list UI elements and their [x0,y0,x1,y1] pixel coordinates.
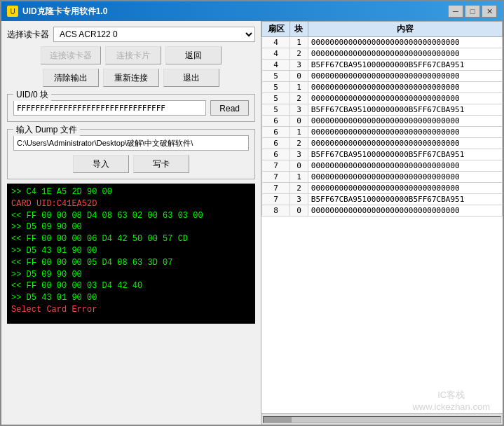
cell-content: 00000000000000000000000000000000 [308,93,502,104]
cell-content: B5FF67CBA951000000000B5FF67CBA951 [308,60,502,71]
cell-block: 3 [290,149,308,160]
cell-content: 00000000000000000000000000000000 [308,48,502,60]
cell-sector: 5 [262,104,290,116]
cell-content: 00000000000000000000000000000000 [308,127,502,138]
log-line: CARD UID:C41EA52D [11,198,251,210]
cell-sector: 7 [262,172,290,183]
log-line: >> C4 1E A5 2D 90 00 [11,186,251,198]
cell-sector: 4 [262,48,290,60]
cell-block: 2 [290,48,308,60]
table-row: 53B5FF67CBA951000000000B5FF67CBA951 [262,104,503,116]
connect-reader-button[interactable]: 连接读卡器 [41,46,101,64]
cell-sector: 6 [262,127,290,138]
cell-block: 1 [290,172,308,183]
cell-content: 00000000000000000000000000000000 [308,116,502,127]
log-line: >> D5 43 01 90 00 [11,292,251,304]
cell-block: 3 [290,194,308,205]
cell-sector: 4 [262,60,290,71]
table-row: 5000000000000000000000000000000000 [262,71,503,82]
connect-card-button[interactable]: 连接卡片 [105,46,161,64]
app-icon: U [7,6,18,17]
cell-block: 0 [290,116,308,127]
table-row: 43B5FF67CBA951000000000B5FF67CBA951 [262,60,503,71]
cell-content: 00000000000000000000000000000000 [308,160,502,172]
data-table: 扇区 块 内容 41000000000000000000000000000000… [261,21,503,217]
back-button[interactable]: 返回 [165,46,222,64]
uid-group-legend: UID/0 块 [13,89,51,101]
cell-content: 00000000000000000000000000000000 [308,205,502,217]
cell-block: 1 [290,37,308,48]
cell-block: 3 [290,104,308,116]
cell-content: B5FF67CBA951000000000B5FF67CBA951 [308,104,502,116]
log-line: >> D5 43 01 90 00 [11,245,251,257]
log-line: >> D5 09 90 00 [11,221,251,233]
cell-sector: 4 [262,37,290,48]
table-row: 73B5FF67CBA951000000000B5FF67CBA951 [262,194,503,205]
maximize-button[interactable]: □ [465,5,480,18]
cell-content: B5FF67CBA951000000000B5FF67CBA951 [308,194,502,205]
right-panel: 扇区 块 内容 41000000000000000000000000000000… [261,21,503,425]
import-button[interactable]: 导入 [73,155,129,173]
exit-button[interactable]: 退出 [163,69,219,87]
reconnect-button[interactable]: 重新连接 [103,69,159,87]
log-area: >> C4 1E A5 2D 90 00CARD UID:C41EA52D<< … [7,184,255,324]
title-bar: U UID克隆卡专用软件1.0 ─ □ ✕ [1,1,503,21]
uid-row: Read [13,100,249,116]
cell-content: 00000000000000000000000000000000 [308,138,502,149]
cell-block: 1 [290,127,308,138]
log-line: << FF 00 00 00 03 D4 42 40 [11,280,251,292]
cell-block: 3 [290,60,308,71]
table-row: 8000000000000000000000000000000000 [262,205,503,217]
cell-sector: 7 [262,183,290,194]
table-container[interactable]: 扇区 块 内容 41000000000000000000000000000000… [261,21,503,413]
table-row: 4200000000000000000000000000000000 [262,48,503,60]
cell-content: 00000000000000000000000000000000 [308,82,502,93]
log-line: Select Card Error [11,304,251,316]
cell-sector: 7 [262,160,290,172]
left-panel: 选择读卡器 ACS ACR122 0 连接读卡器 连接卡片 返回 清除输出 重新… [1,21,261,425]
log-line: << FF 00 00 00 06 D4 42 50 00 57 CD [11,233,251,245]
horizontal-scrollbar[interactable] [261,413,503,425]
table-row: 7100000000000000000000000000000000 [262,172,503,183]
cell-sector: 5 [262,93,290,104]
cell-sector: 8 [262,205,290,217]
reader-label: 选择读卡器 [7,29,49,41]
uid-input[interactable] [13,100,206,116]
cell-content: 00000000000000000000000000000000 [308,172,502,183]
table-row: 7000000000000000000000000000000000 [262,160,503,172]
clear-output-button[interactable]: 清除输出 [43,69,99,87]
table-row: 6100000000000000000000000000000000 [262,127,503,138]
scrollbar-thumb[interactable] [264,417,292,422]
cell-block: 2 [290,93,308,104]
cell-block: 0 [290,71,308,82]
uid-group: UID/0 块 Read [7,94,255,122]
log-line: << FF 00 00 08 D4 08 63 02 00 63 03 00 [11,210,251,222]
dump-path-input[interactable] [13,135,249,151]
cell-sector: 6 [262,116,290,127]
write-card-button[interactable]: 写卡 [133,155,189,173]
minimize-button[interactable]: ─ [448,5,463,18]
table-row: 4100000000000000000000000000000000 [262,37,503,48]
cell-block: 0 [290,160,308,172]
table-row: 7200000000000000000000000000000000 [262,183,503,194]
close-button[interactable]: ✕ [482,5,497,18]
dump-group: 输入 Dump 文件 导入 写卡 [7,129,255,179]
col-sector: 扇区 [262,22,290,37]
cell-block: 2 [290,138,308,149]
cell-block: 2 [290,183,308,194]
dump-btn-row: 导入 写卡 [13,155,249,173]
main-window: U UID克隆卡专用软件1.0 ─ □ ✕ 选择读卡器 ACS ACR122 0… [0,0,504,426]
table-row: 6200000000000000000000000000000000 [262,138,503,149]
cell-block: 1 [290,82,308,93]
table-row: 63B5FF67CBA951000000000B5FF67CBA951 [262,149,503,160]
window-title: UID克隆卡专用软件1.0 [22,6,448,18]
cell-sector: 6 [262,138,290,149]
reader-select[interactable]: ACS ACR122 0 [53,27,255,42]
cell-block: 0 [290,205,308,217]
cell-content: B5FF67CBA951000000000B5FF67CBA951 [308,149,502,160]
btn-row-1: 连接读卡器 连接卡片 返回 [7,46,255,64]
reader-row: 选择读卡器 ACS ACR122 0 [7,27,255,42]
table-row: 5200000000000000000000000000000000 [262,93,503,104]
cell-sector: 7 [262,194,290,205]
read-button[interactable]: Read [210,100,249,116]
